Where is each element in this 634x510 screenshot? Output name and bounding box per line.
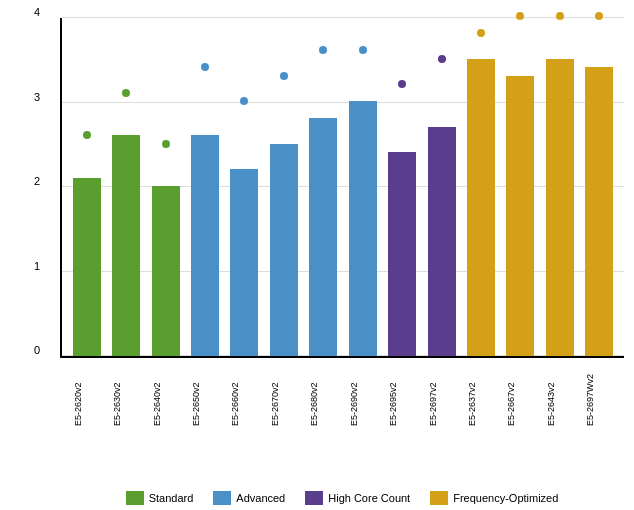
- legend-swatch: [430, 491, 448, 505]
- bar: [467, 59, 495, 357]
- legend-item: Standard: [126, 491, 194, 505]
- x-label: E5-2650v2: [191, 374, 219, 426]
- chart-area: 01234 E5-2620v2E5-2630v2E5-2640v2E5-2650…: [60, 18, 624, 358]
- bar-group: [230, 169, 258, 356]
- bar-group: [73, 178, 101, 357]
- turbo-dot: [477, 29, 485, 37]
- bar: [585, 67, 613, 356]
- turbo-dot: [201, 63, 209, 71]
- bar: [270, 144, 298, 357]
- bar: [152, 186, 180, 356]
- legend-swatch: [213, 491, 231, 505]
- y-tick-label: 4: [34, 6, 40, 18]
- x-label: E5-2670v2: [270, 374, 298, 426]
- bar-group: [585, 67, 613, 356]
- turbo-dot: [438, 55, 446, 63]
- x-label: E5-2660v2: [230, 374, 258, 426]
- turbo-dot: [122, 89, 130, 97]
- x-label: E5-2620v2: [73, 374, 101, 426]
- y-tick-label: 3: [34, 91, 40, 103]
- y-tick-label: 1: [34, 260, 40, 272]
- legend-item: Frequency-Optimized: [430, 491, 558, 505]
- bar: [349, 101, 377, 356]
- x-label: E5-2695v2: [388, 374, 416, 426]
- turbo-dot: [280, 72, 288, 80]
- legend-swatch: [126, 491, 144, 505]
- turbo-dot: [516, 12, 524, 20]
- legend-label: High Core Count: [328, 492, 410, 504]
- legend-swatch: [305, 491, 323, 505]
- x-label: E5-2637v2: [467, 374, 495, 426]
- turbo-dot: [83, 131, 91, 139]
- turbo-dot: [319, 46, 327, 54]
- bar: [388, 152, 416, 356]
- x-label: E5-2640v2: [152, 374, 180, 426]
- turbo-dot: [595, 12, 603, 20]
- y-tick-label: 0: [34, 344, 40, 356]
- bar: [309, 118, 337, 356]
- bars-area: [62, 18, 624, 356]
- bar: [73, 178, 101, 357]
- bar-group: [546, 59, 574, 357]
- y-tick-label: 2: [34, 175, 40, 187]
- x-label: E5-2643v2: [546, 374, 574, 426]
- turbo-dot: [162, 140, 170, 148]
- chart-container: 01234 E5-2620v2E5-2630v2E5-2640v2E5-2650…: [0, 0, 634, 510]
- bar-group: [191, 135, 219, 356]
- turbo-dot: [398, 80, 406, 88]
- legend-item: High Core Count: [305, 491, 410, 505]
- bar-group: [428, 127, 456, 357]
- bar-group: [467, 59, 495, 357]
- legend: StandardAdvancedHigh Core CountFrequency…: [60, 491, 624, 505]
- bar: [230, 169, 258, 356]
- x-label: E5-2680v2: [309, 374, 337, 426]
- bar-group: [349, 101, 377, 356]
- x-label: E5-2697Wv2: [585, 374, 613, 426]
- x-label: E5-2690v2: [349, 374, 377, 426]
- bar: [191, 135, 219, 356]
- bar-group: [506, 76, 534, 357]
- legend-label: Advanced: [236, 492, 285, 504]
- x-label: E5-2667v2: [506, 374, 534, 426]
- legend-item: Advanced: [213, 491, 285, 505]
- bar-group: [270, 144, 298, 357]
- bar: [112, 135, 140, 356]
- bar-group: [112, 135, 140, 356]
- x-label: E5-2697v2: [428, 374, 456, 426]
- turbo-dot: [240, 97, 248, 105]
- legend-label: Frequency-Optimized: [453, 492, 558, 504]
- bar-group: [388, 152, 416, 356]
- bar: [428, 127, 456, 357]
- x-label: E5-2630v2: [112, 374, 140, 426]
- legend-label: Standard: [149, 492, 194, 504]
- turbo-dot: [556, 12, 564, 20]
- bar: [506, 76, 534, 357]
- bar: [546, 59, 574, 357]
- turbo-dot: [359, 46, 367, 54]
- x-labels: E5-2620v2E5-2630v2E5-2640v2E5-2650v2E5-2…: [62, 374, 624, 426]
- bar-group: [309, 118, 337, 356]
- bar-group: [152, 186, 180, 356]
